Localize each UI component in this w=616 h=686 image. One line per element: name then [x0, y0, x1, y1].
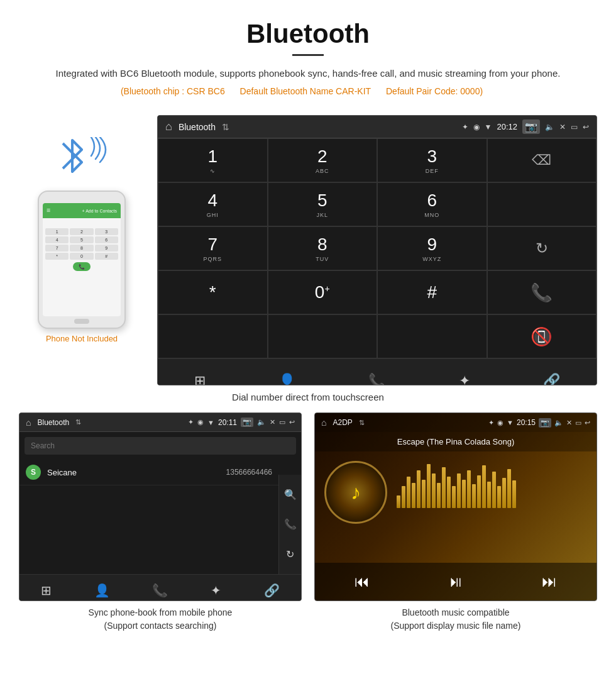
bluetooth-status-icon: ✦: [462, 123, 468, 131]
pb-back-icon[interactable]: ↩: [289, 418, 295, 426]
bottom-link-icon[interactable]: 🔗: [543, 373, 560, 386]
viz-bar: [442, 467, 446, 508]
back-icon[interactable]: ↩: [583, 123, 589, 131]
dial-key-0-main: 0+: [315, 282, 330, 302]
pb-grid-icon[interactable]: ⊞: [41, 583, 52, 598]
phone-key-2[interactable]: 2: [70, 228, 93, 235]
dial-key-9[interactable]: 9 WXYZ: [377, 226, 487, 270]
phone-key-9[interactable]: 9: [95, 245, 118, 252]
pb-link-bottom-icon[interactable]: 🔗: [264, 583, 280, 598]
pb-search-side-icon[interactable]: 🔍: [284, 489, 297, 501]
dial-key-7[interactable]: 7 PQRS: [158, 226, 268, 270]
bottom-phone-icon[interactable]: 📞: [368, 373, 385, 386]
volume-icon[interactable]: 🔈: [545, 123, 554, 131]
viz-bar: [472, 484, 476, 508]
camera-icon[interactable]: 📷: [522, 119, 540, 134]
pb-bottom-bar: ⊞ 👤 📞 ✦ 🔗: [19, 574, 301, 601]
phone-key-3[interactable]: 3: [95, 228, 118, 235]
home-icon[interactable]: ⌂: [165, 120, 172, 133]
page-header: Bluetooth Integrated with BC6 Bluetooth …: [0, 0, 616, 115]
dial-key-2[interactable]: 2 ABC: [268, 138, 378, 182]
phone-home-button[interactable]: [74, 319, 89, 324]
viz-bar: [417, 470, 421, 508]
dial-key-3[interactable]: 3 DEF: [377, 138, 487, 182]
prev-icon[interactable]: ⏮: [355, 573, 370, 590]
pb-contact-row-seicane[interactable]: S Seicane 13566664466: [19, 460, 278, 485]
dial-key-refresh[interactable]: ↻: [487, 226, 597, 270]
phone-key-8[interactable]: 8: [70, 245, 93, 252]
music-close-icon[interactable]: ✕: [566, 419, 572, 427]
window-icon[interactable]: ▭: [571, 123, 578, 131]
music-home-icon[interactable]: ⌂: [321, 418, 326, 428]
viz-bar: [447, 477, 451, 508]
dial-key-1[interactable]: 1 ∿: [158, 138, 268, 182]
viz-bar: [432, 473, 436, 508]
bottom-grid-icon[interactable]: ⊞: [194, 373, 206, 386]
music-cam-icon[interactable]: 📷: [539, 418, 551, 428]
pb-phone-side-icon[interactable]: 📞: [284, 518, 297, 530]
spec-name: Default Bluetooth Name CAR-KIT: [240, 86, 371, 96]
dial-key-1-main: 1: [207, 147, 217, 167]
music-block: ⌂ A2DP ⇅ ✦ ◉ ▼ 20:15 📷 🔈 ✕ ▭ ↩: [314, 412, 597, 633]
phone-key-star[interactable]: *: [45, 253, 69, 260]
bottom-screenshots: ⌂ Bluetooth ⇅ ✦ ◉ ▼ 20:11 📷 🔈 ✕ ▭ ↩: [0, 412, 616, 633]
phone-key-0[interactable]: 0: [70, 253, 93, 260]
pb-home-icon[interactable]: ⌂: [26, 418, 31, 428]
phone-call-button[interactable]: 📞: [73, 262, 91, 271]
phone-key-4[interactable]: 4: [45, 236, 69, 243]
music-vol-icon[interactable]: 🔈: [554, 419, 563, 427]
pb-contact-list: S Seicane 13566664466: [19, 460, 301, 485]
phone-keypad-grid: 1 2 3 4 5 6 7 8 9 * 0 #: [45, 228, 118, 260]
pb-refresh-side-icon[interactable]: ↻: [286, 548, 294, 560]
phone-key-5[interactable]: 5: [70, 236, 93, 243]
dial-key-5[interactable]: 5 JKL: [268, 182, 378, 226]
pb-status-right: ✦ ◉ ▼ 20:11 📷 🔈 ✕ ▭ ↩: [188, 418, 295, 427]
pb-cam-icon[interactable]: 📷: [241, 418, 253, 427]
bottom-person-icon[interactable]: 👤: [278, 373, 295, 386]
dial-key-4[interactable]: 4 GHI: [158, 182, 268, 226]
phone-key-hash[interactable]: #: [95, 253, 118, 260]
pb-bt-bottom-icon[interactable]: ✦: [211, 583, 221, 598]
phone-key-7[interactable]: 7: [45, 245, 69, 252]
pb-vol-icon[interactable]: 🔈: [257, 418, 266, 426]
music-time: 20:15: [517, 418, 536, 427]
dial-key-8[interactable]: 8 TUV: [268, 226, 378, 270]
dial-key-8-sub: TUV: [316, 256, 329, 262]
dial-key-red-call[interactable]: 📵: [487, 314, 597, 358]
dial-key-hash[interactable]: #: [377, 270, 487, 314]
pb-status-bar: ⌂ Bluetooth ⇅ ✦ ◉ ▼ 20:11 📷 🔈 ✕ ▭ ↩: [19, 413, 301, 432]
phone-key-6[interactable]: 6: [95, 236, 118, 243]
pb-search-bar[interactable]: Search: [25, 437, 296, 455]
dial-key-0[interactable]: 0+: [268, 270, 378, 314]
play-pause-icon[interactable]: ⏯: [448, 573, 463, 590]
main-content: ☰ + Add to Contacts 1 2 3 4 5 6 7: [0, 115, 616, 385]
dial-row5-empty2: [268, 314, 378, 358]
viz-bar: [482, 465, 486, 508]
dial-key-6[interactable]: 6 MNO: [377, 182, 487, 226]
pb-phone-bottom-icon[interactable]: 📞: [152, 583, 168, 598]
dial-key-star[interactable]: *: [158, 270, 268, 314]
music-sig-icon: ▼: [507, 419, 514, 426]
music-back-icon[interactable]: ↩: [585, 419, 590, 427]
pb-close-icon[interactable]: ✕: [270, 418, 275, 426]
dial-key-backspace[interactable]: ⌫: [487, 138, 597, 182]
phone-key-1[interactable]: 1: [45, 228, 69, 235]
music-title-bar: Escape (The Pina Colada Song): [315, 432, 597, 451]
music-win-icon[interactable]: ▭: [575, 419, 581, 427]
music-screen: ⌂ A2DP ⇅ ✦ ◉ ▼ 20:15 📷 🔈 ✕ ▭ ↩: [314, 412, 597, 601]
pb-win-icon[interactable]: ▭: [279, 418, 285, 426]
viz-bar: [427, 464, 431, 508]
music-loc-icon: ◉: [497, 419, 503, 427]
viz-bar: [462, 480, 466, 508]
dial-key-hash-main: #: [427, 282, 437, 302]
dial-row5-empty3: [377, 314, 487, 358]
dialpad-bottom-bar: ⊞ 👤 📞 ✦ 🔗: [158, 358, 597, 385]
spec-code: Default Pair Code: 0000): [386, 86, 483, 96]
pb-contact-name: Seicane: [47, 468, 226, 477]
next-icon[interactable]: ⏭: [542, 573, 557, 590]
bottom-bluetooth-icon[interactable]: ✦: [459, 373, 470, 386]
dial-key-green-call[interactable]: 📞: [487, 270, 597, 314]
pb-person-icon[interactable]: 👤: [94, 583, 110, 598]
close-icon[interactable]: ✕: [559, 123, 566, 131]
dial-key-7-main: 7: [207, 235, 217, 255]
